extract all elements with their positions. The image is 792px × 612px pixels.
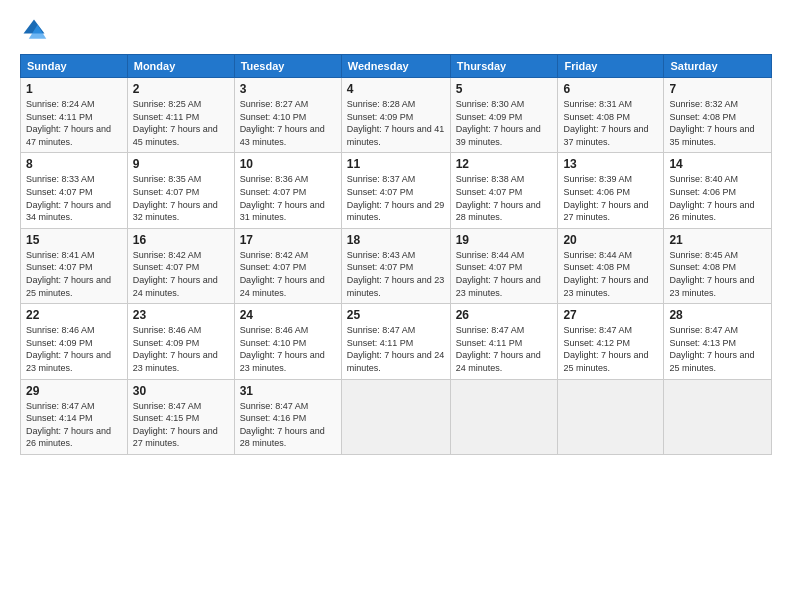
weekday-friday: Friday bbox=[558, 55, 664, 78]
calendar-cell: 1Sunrise: 8:24 AMSunset: 4:11 PMDaylight… bbox=[21, 78, 128, 153]
day-number: 19 bbox=[456, 233, 553, 247]
day-number: 13 bbox=[563, 157, 658, 171]
calendar-cell: 7Sunrise: 8:32 AMSunset: 4:08 PMDaylight… bbox=[664, 78, 772, 153]
calendar-cell: 12Sunrise: 8:38 AMSunset: 4:07 PMDayligh… bbox=[450, 153, 558, 228]
day-number: 22 bbox=[26, 308, 122, 322]
day-info: Sunrise: 8:42 AMSunset: 4:07 PMDaylight:… bbox=[240, 249, 336, 299]
day-number: 20 bbox=[563, 233, 658, 247]
calendar-cell: 29Sunrise: 8:47 AMSunset: 4:14 PMDayligh… bbox=[21, 379, 128, 454]
day-number: 27 bbox=[563, 308, 658, 322]
day-number: 12 bbox=[456, 157, 553, 171]
day-info: Sunrise: 8:40 AMSunset: 4:06 PMDaylight:… bbox=[669, 173, 766, 223]
day-number: 9 bbox=[133, 157, 229, 171]
calendar-cell: 31Sunrise: 8:47 AMSunset: 4:16 PMDayligh… bbox=[234, 379, 341, 454]
day-info: Sunrise: 8:47 AMSunset: 4:11 PMDaylight:… bbox=[347, 324, 445, 374]
day-info: Sunrise: 8:24 AMSunset: 4:11 PMDaylight:… bbox=[26, 98, 122, 148]
day-info: Sunrise: 8:38 AMSunset: 4:07 PMDaylight:… bbox=[456, 173, 553, 223]
day-info: Sunrise: 8:30 AMSunset: 4:09 PMDaylight:… bbox=[456, 98, 553, 148]
weekday-tuesday: Tuesday bbox=[234, 55, 341, 78]
day-info: Sunrise: 8:32 AMSunset: 4:08 PMDaylight:… bbox=[669, 98, 766, 148]
day-number: 1 bbox=[26, 82, 122, 96]
calendar-cell: 16Sunrise: 8:42 AMSunset: 4:07 PMDayligh… bbox=[127, 228, 234, 303]
calendar-cell: 23Sunrise: 8:46 AMSunset: 4:09 PMDayligh… bbox=[127, 304, 234, 379]
day-number: 23 bbox=[133, 308, 229, 322]
day-info: Sunrise: 8:47 AMSunset: 4:12 PMDaylight:… bbox=[563, 324, 658, 374]
day-info: Sunrise: 8:46 AMSunset: 4:09 PMDaylight:… bbox=[133, 324, 229, 374]
day-number: 11 bbox=[347, 157, 445, 171]
day-number: 25 bbox=[347, 308, 445, 322]
calendar-cell: 25Sunrise: 8:47 AMSunset: 4:11 PMDayligh… bbox=[341, 304, 450, 379]
calendar-cell: 8Sunrise: 8:33 AMSunset: 4:07 PMDaylight… bbox=[21, 153, 128, 228]
day-info: Sunrise: 8:39 AMSunset: 4:06 PMDaylight:… bbox=[563, 173, 658, 223]
day-info: Sunrise: 8:47 AMSunset: 4:14 PMDaylight:… bbox=[26, 400, 122, 450]
calendar-week-3: 15Sunrise: 8:41 AMSunset: 4:07 PMDayligh… bbox=[21, 228, 772, 303]
calendar-cell: 11Sunrise: 8:37 AMSunset: 4:07 PMDayligh… bbox=[341, 153, 450, 228]
calendar-cell: 5Sunrise: 8:30 AMSunset: 4:09 PMDaylight… bbox=[450, 78, 558, 153]
calendar-table: SundayMondayTuesdayWednesdayThursdayFrid… bbox=[20, 54, 772, 455]
day-info: Sunrise: 8:47 AMSunset: 4:13 PMDaylight:… bbox=[669, 324, 766, 374]
weekday-thursday: Thursday bbox=[450, 55, 558, 78]
day-info: Sunrise: 8:37 AMSunset: 4:07 PMDaylight:… bbox=[347, 173, 445, 223]
day-info: Sunrise: 8:46 AMSunset: 4:10 PMDaylight:… bbox=[240, 324, 336, 374]
calendar-cell: 27Sunrise: 8:47 AMSunset: 4:12 PMDayligh… bbox=[558, 304, 664, 379]
calendar-cell: 22Sunrise: 8:46 AMSunset: 4:09 PMDayligh… bbox=[21, 304, 128, 379]
day-info: Sunrise: 8:25 AMSunset: 4:11 PMDaylight:… bbox=[133, 98, 229, 148]
day-number: 30 bbox=[133, 384, 229, 398]
calendar-cell: 2Sunrise: 8:25 AMSunset: 4:11 PMDaylight… bbox=[127, 78, 234, 153]
calendar-cell: 26Sunrise: 8:47 AMSunset: 4:11 PMDayligh… bbox=[450, 304, 558, 379]
day-number: 10 bbox=[240, 157, 336, 171]
day-number: 29 bbox=[26, 384, 122, 398]
calendar-week-1: 1Sunrise: 8:24 AMSunset: 4:11 PMDaylight… bbox=[21, 78, 772, 153]
day-number: 2 bbox=[133, 82, 229, 96]
calendar-cell: 3Sunrise: 8:27 AMSunset: 4:10 PMDaylight… bbox=[234, 78, 341, 153]
calendar-cell: 15Sunrise: 8:41 AMSunset: 4:07 PMDayligh… bbox=[21, 228, 128, 303]
day-info: Sunrise: 8:45 AMSunset: 4:08 PMDaylight:… bbox=[669, 249, 766, 299]
day-number: 18 bbox=[347, 233, 445, 247]
calendar-week-4: 22Sunrise: 8:46 AMSunset: 4:09 PMDayligh… bbox=[21, 304, 772, 379]
day-number: 3 bbox=[240, 82, 336, 96]
calendar-cell: 30Sunrise: 8:47 AMSunset: 4:15 PMDayligh… bbox=[127, 379, 234, 454]
calendar-cell: 21Sunrise: 8:45 AMSunset: 4:08 PMDayligh… bbox=[664, 228, 772, 303]
day-info: Sunrise: 8:41 AMSunset: 4:07 PMDaylight:… bbox=[26, 249, 122, 299]
logo-icon bbox=[20, 16, 48, 44]
day-number: 17 bbox=[240, 233, 336, 247]
day-info: Sunrise: 8:44 AMSunset: 4:08 PMDaylight:… bbox=[563, 249, 658, 299]
page: SundayMondayTuesdayWednesdayThursdayFrid… bbox=[0, 0, 792, 612]
calendar-week-5: 29Sunrise: 8:47 AMSunset: 4:14 PMDayligh… bbox=[21, 379, 772, 454]
calendar-cell: 17Sunrise: 8:42 AMSunset: 4:07 PMDayligh… bbox=[234, 228, 341, 303]
calendar-cell bbox=[558, 379, 664, 454]
day-info: Sunrise: 8:36 AMSunset: 4:07 PMDaylight:… bbox=[240, 173, 336, 223]
day-info: Sunrise: 8:42 AMSunset: 4:07 PMDaylight:… bbox=[133, 249, 229, 299]
day-number: 5 bbox=[456, 82, 553, 96]
day-info: Sunrise: 8:47 AMSunset: 4:11 PMDaylight:… bbox=[456, 324, 553, 374]
day-number: 31 bbox=[240, 384, 336, 398]
day-info: Sunrise: 8:31 AMSunset: 4:08 PMDaylight:… bbox=[563, 98, 658, 148]
day-info: Sunrise: 8:46 AMSunset: 4:09 PMDaylight:… bbox=[26, 324, 122, 374]
calendar-cell: 24Sunrise: 8:46 AMSunset: 4:10 PMDayligh… bbox=[234, 304, 341, 379]
day-info: Sunrise: 8:27 AMSunset: 4:10 PMDaylight:… bbox=[240, 98, 336, 148]
calendar-cell bbox=[450, 379, 558, 454]
day-info: Sunrise: 8:28 AMSunset: 4:09 PMDaylight:… bbox=[347, 98, 445, 148]
day-number: 7 bbox=[669, 82, 766, 96]
day-info: Sunrise: 8:43 AMSunset: 4:07 PMDaylight:… bbox=[347, 249, 445, 299]
calendar-cell bbox=[341, 379, 450, 454]
calendar-cell: 14Sunrise: 8:40 AMSunset: 4:06 PMDayligh… bbox=[664, 153, 772, 228]
weekday-wednesday: Wednesday bbox=[341, 55, 450, 78]
weekday-saturday: Saturday bbox=[664, 55, 772, 78]
day-info: Sunrise: 8:47 AMSunset: 4:16 PMDaylight:… bbox=[240, 400, 336, 450]
day-number: 24 bbox=[240, 308, 336, 322]
calendar-cell: 19Sunrise: 8:44 AMSunset: 4:07 PMDayligh… bbox=[450, 228, 558, 303]
calendar-cell: 6Sunrise: 8:31 AMSunset: 4:08 PMDaylight… bbox=[558, 78, 664, 153]
day-number: 14 bbox=[669, 157, 766, 171]
calendar-cell: 4Sunrise: 8:28 AMSunset: 4:09 PMDaylight… bbox=[341, 78, 450, 153]
header bbox=[20, 16, 772, 44]
day-number: 4 bbox=[347, 82, 445, 96]
day-number: 21 bbox=[669, 233, 766, 247]
weekday-monday: Monday bbox=[127, 55, 234, 78]
calendar-cell: 18Sunrise: 8:43 AMSunset: 4:07 PMDayligh… bbox=[341, 228, 450, 303]
day-info: Sunrise: 8:35 AMSunset: 4:07 PMDaylight:… bbox=[133, 173, 229, 223]
weekday-header-row: SundayMondayTuesdayWednesdayThursdayFrid… bbox=[21, 55, 772, 78]
day-number: 28 bbox=[669, 308, 766, 322]
calendar-week-2: 8Sunrise: 8:33 AMSunset: 4:07 PMDaylight… bbox=[21, 153, 772, 228]
calendar-cell bbox=[664, 379, 772, 454]
